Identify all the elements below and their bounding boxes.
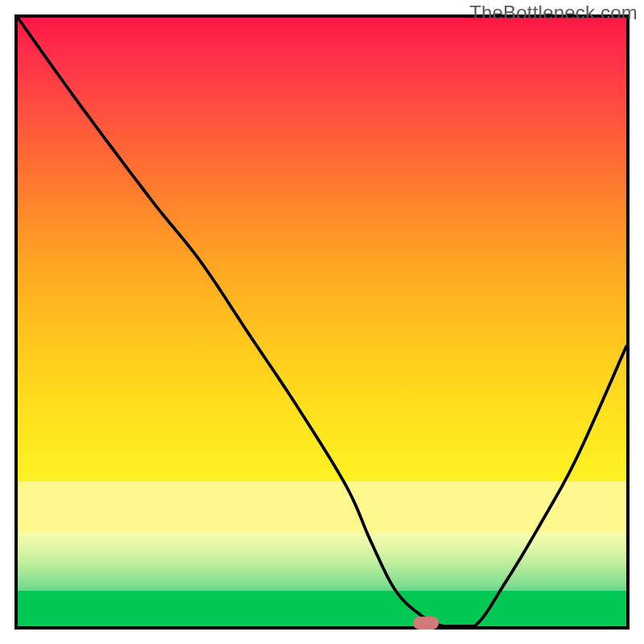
bg-band-red-yellow [18, 18, 626, 483]
bg-band-green [18, 591, 626, 626]
bottleneck-chart: TheBottleneck.com [0, 0, 644, 644]
bg-band-yellow-green [18, 532, 626, 592]
optimum-marker [413, 617, 439, 630]
watermark-label: TheBottleneck.com [469, 2, 638, 24]
bg-band-pale-yellow [18, 481, 626, 533]
plot-background [18, 18, 626, 626]
